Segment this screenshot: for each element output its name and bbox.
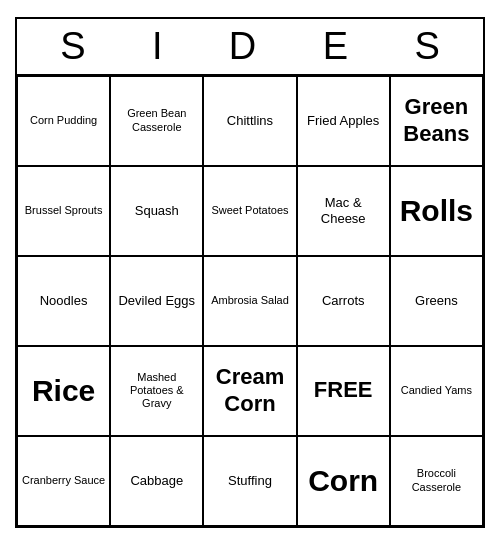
cell-0-1: Green Bean Casserole [110, 76, 203, 166]
cell-text: Broccoli Casserole [395, 467, 478, 493]
cell-2-2: Ambrosia Salad [203, 256, 296, 346]
cell-text: FREE [314, 377, 373, 403]
cell-3-3: FREE [297, 346, 390, 436]
cell-text: Greens [415, 293, 458, 309]
cell-text: Candied Yams [401, 384, 472, 397]
cell-3-2: Cream Corn [203, 346, 296, 436]
cell-4-0: Cranberry Sauce [17, 436, 110, 526]
bingo-title: SIDES [17, 19, 483, 76]
cell-3-4: Candied Yams [390, 346, 483, 436]
cell-2-0: Noodles [17, 256, 110, 346]
title-letter: E [323, 25, 348, 68]
cell-2-1: Deviled Eggs [110, 256, 203, 346]
cell-text: Rolls [400, 193, 473, 229]
cell-1-2: Sweet Potatoes [203, 166, 296, 256]
cell-0-3: Fried Apples [297, 76, 390, 166]
cell-0-2: Chittlins [203, 76, 296, 166]
cell-4-2: Stuffing [203, 436, 296, 526]
cell-text: Mashed Potatoes & Gravy [115, 371, 198, 411]
cell-3-0: Rice [17, 346, 110, 436]
cell-1-3: Mac & Cheese [297, 166, 390, 256]
cell-text: Deviled Eggs [118, 293, 195, 309]
cell-4-4: Broccoli Casserole [390, 436, 483, 526]
cell-0-0: Corn Pudding [17, 76, 110, 166]
cell-1-1: Squash [110, 166, 203, 256]
cell-text: Mac & Cheese [302, 195, 385, 226]
cell-text: Cabbage [130, 473, 183, 489]
cell-text: Ambrosia Salad [211, 294, 289, 307]
cell-2-3: Carrots [297, 256, 390, 346]
cell-text: Stuffing [228, 473, 272, 489]
cell-text: Noodles [40, 293, 88, 309]
cell-3-1: Mashed Potatoes & Gravy [110, 346, 203, 436]
cell-1-0: Brussel Sprouts [17, 166, 110, 256]
cell-text: Corn [308, 463, 378, 499]
bingo-card: SIDES Corn PuddingGreen Bean CasseroleCh… [15, 17, 485, 528]
cell-text: Cranberry Sauce [22, 474, 105, 487]
cell-2-4: Greens [390, 256, 483, 346]
cell-text: Rice [32, 373, 95, 409]
title-letter: D [229, 25, 256, 68]
cell-4-1: Cabbage [110, 436, 203, 526]
cell-text: Brussel Sprouts [25, 204, 103, 217]
cell-text: Chittlins [227, 113, 273, 129]
cell-text: Cream Corn [208, 364, 291, 417]
bingo-grid: Corn PuddingGreen Bean CasseroleChittlin… [17, 76, 483, 526]
cell-text: Green Bean Casserole [115, 107, 198, 133]
cell-text: Sweet Potatoes [211, 204, 288, 217]
cell-0-4: Green Beans [390, 76, 483, 166]
cell-1-4: Rolls [390, 166, 483, 256]
title-letter: S [60, 25, 85, 68]
cell-4-3: Corn [297, 436, 390, 526]
cell-text: Carrots [322, 293, 365, 309]
title-letter: S [414, 25, 439, 68]
cell-text: Green Beans [395, 94, 478, 147]
cell-text: Corn Pudding [30, 114, 97, 127]
cell-text: Fried Apples [307, 113, 379, 129]
title-letter: I [152, 25, 163, 68]
cell-text: Squash [135, 203, 179, 219]
